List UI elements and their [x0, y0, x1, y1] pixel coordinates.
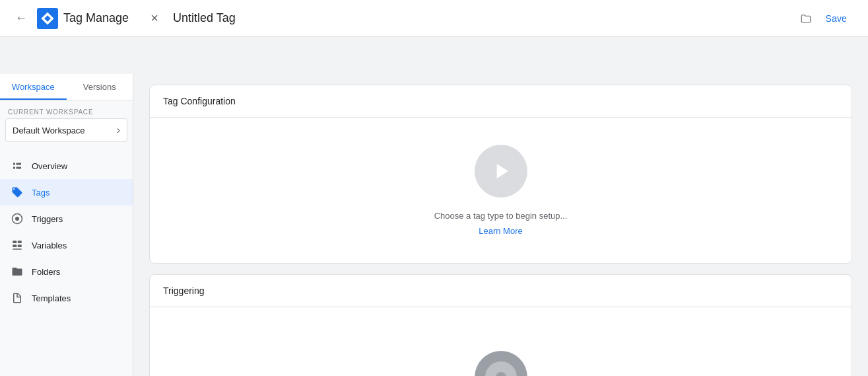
svg-rect-5 — [13, 241, 17, 243]
workspace-section: CURRENT WORKSPACE Default Workspace › — [0, 100, 133, 147]
learn-more-link[interactable]: Learn More — [479, 226, 522, 236]
tab-versions[interactable]: Versions — [67, 74, 133, 100]
svg-rect-7 — [13, 244, 17, 247]
chevron-right-icon: › — [117, 124, 120, 136]
workspace-name: Default Workspace — [13, 126, 85, 135]
triggers-icon — [11, 212, 24, 225]
sidebar-item-label: Templates — [32, 293, 71, 303]
sidebar-item-overview[interactable]: Overview — [0, 153, 133, 179]
tag-placeholder-text: Choose a tag type to begin setup... — [434, 211, 568, 221]
svg-rect-8 — [18, 244, 22, 247]
sidebar-item-templates[interactable]: Templates — [0, 285, 133, 311]
google-tag-manager-logo — [37, 8, 58, 29]
triggering-body[interactable] — [150, 307, 851, 376]
variables-icon — [11, 239, 24, 252]
sidebar-item-label: Variables — [32, 241, 67, 250]
close-button[interactable]: × — [144, 8, 165, 29]
sidebar-item-label: Folders — [32, 267, 60, 277]
svg-rect-9 — [13, 248, 22, 250]
play-arrow-icon — [488, 159, 514, 184]
dialog-title: Untitled Tag — [173, 11, 791, 25]
triggering-placeholder-icon — [475, 351, 527, 376]
folders-icon — [11, 265, 24, 278]
triggering-card: Triggering — [149, 274, 852, 376]
tab-workspace[interactable]: Workspace — [0, 74, 67, 100]
workspace-section-label: CURRENT WORKSPACE — [5, 108, 127, 116]
sidebar-item-label: Tags — [32, 188, 50, 198]
app-container: ← Tag Manage × Untitled Tag Save Workspa… — [0, 0, 868, 376]
tag-configuration-card: Tag Configuration Choose a tag type to b… — [149, 85, 852, 264]
tag-placeholder-icon — [475, 145, 527, 198]
app-title: Tag Manage — [63, 11, 129, 25]
sidebar: Workspace Versions CURRENT WORKSPACE Def… — [0, 74, 133, 376]
templates-icon — [11, 291, 24, 305]
main-content: Tag Configuration Choose a tag type to b… — [133, 74, 868, 376]
workspace-selector[interactable]: Default Workspace › — [5, 118, 127, 142]
sidebar-item-label: Overview — [32, 161, 67, 171]
main-layout: Workspace Versions CURRENT WORKSPACE Def… — [0, 74, 868, 376]
folder-icon-button[interactable] — [797, 9, 815, 28]
svg-point-4 — [15, 217, 19, 221]
save-button[interactable]: Save — [815, 8, 857, 29]
sidebar-item-triggers[interactable]: Triggers — [0, 206, 133, 232]
overview-icon — [11, 159, 24, 172]
sidebar-item-folders[interactable]: Folders — [0, 258, 133, 285]
sidebar-item-tags[interactable]: Tags — [0, 179, 133, 206]
triggering-header: Triggering — [150, 275, 851, 307]
back-button[interactable]: ← — [11, 8, 32, 29]
sidebar-item-label: Triggers — [32, 214, 63, 224]
sidebar-item-variables[interactable]: Variables — [0, 232, 133, 258]
dialog-bar: × Untitled Tag Save — [133, 0, 868, 37]
tags-icon — [11, 186, 24, 199]
sidebar-tabs: Workspace Versions — [0, 74, 133, 100]
sidebar-nav: Overview Tags — [0, 147, 133, 376]
svg-rect-6 — [18, 241, 22, 243]
triggering-dot — [496, 372, 506, 376]
tag-configuration-body[interactable]: Choose a tag type to begin setup... Lear… — [150, 118, 851, 263]
triggering-inner-circle — [485, 361, 517, 376]
tag-configuration-header: Tag Configuration — [150, 85, 851, 118]
